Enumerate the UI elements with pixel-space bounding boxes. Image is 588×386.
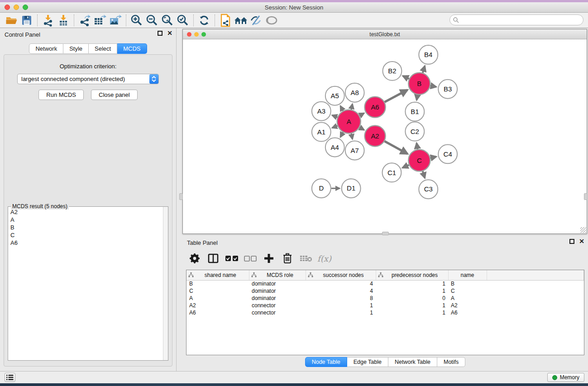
mcds-result-list[interactable]: A2ABCA6 (9, 208, 163, 360)
node-B2[interactable]: B2 (383, 62, 402, 81)
zoom-fit-icon[interactable] (160, 14, 175, 27)
gear-icon[interactable] (186, 251, 203, 266)
node-A4[interactable]: A4 (325, 138, 344, 157)
open-icon[interactable] (4, 14, 19, 27)
table-row[interactable]: A6connector11A6 (186, 309, 584, 316)
edge-B-B4[interactable] (423, 66, 425, 73)
tab-style[interactable]: Style (63, 43, 89, 54)
horizontal-divider-grip[interactable] (382, 232, 389, 235)
cell-successor-nodes[interactable]: 1 (306, 309, 376, 316)
cell-successor-nodes[interactable]: 4 (306, 280, 376, 287)
edge-C-C3[interactable] (423, 171, 425, 178)
zoom-window-icon[interactable] (23, 5, 28, 10)
edge-A-A5[interactable] (340, 106, 343, 111)
close-panel-button[interactable]: Close panel (91, 90, 138, 100)
edge-A-A4[interactable] (340, 132, 343, 137)
cell-successor-nodes[interactable]: 1 (306, 302, 376, 309)
column-header-name[interactable]: name (448, 270, 487, 280)
close-window-icon[interactable] (5, 5, 10, 10)
node-A3[interactable]: A3 (312, 102, 331, 121)
edge-A-A3[interactable] (332, 115, 338, 117)
float-table-panel-icon[interactable] (569, 239, 574, 244)
table-row[interactable]: Cdominator41C (186, 287, 584, 295)
edge-A6-B[interactable] (385, 90, 407, 102)
refresh-layout-icon[interactable] (196, 14, 212, 27)
import-table-icon[interactable] (56, 14, 71, 27)
node-table[interactable]: shared nameMCDS rolesuccessor nodesprede… (186, 270, 584, 355)
cell-successor-nodes[interactable]: 4 (306, 287, 376, 295)
result-scrollbar[interactable] (163, 207, 168, 360)
first-neighbors-icon[interactable] (233, 14, 249, 27)
edge-C-C4[interactable] (430, 157, 436, 158)
close-panel-icon[interactable]: ✕ (167, 31, 172, 36)
import-network-icon[interactable] (40, 14, 56, 27)
cell-predecessor-nodes[interactable]: 0 (376, 295, 448, 302)
edge-A-A2[interactable] (359, 128, 364, 130)
node-C[interactable]: C (408, 149, 430, 171)
cell-mcds-role[interactable]: dominator (249, 280, 306, 287)
result-list-item[interactable]: A2 (9, 208, 163, 216)
cell-name[interactable]: B (448, 280, 487, 287)
edge-C-C1[interactable] (402, 165, 409, 167)
cell-predecessor-nodes[interactable]: 1 (376, 309, 448, 316)
node-C4[interactable]: C4 (438, 144, 457, 163)
node-B4[interactable]: B4 (419, 45, 438, 64)
unchecked-columns-icon[interactable] (242, 251, 258, 266)
cell-predecessor-nodes[interactable]: 1 (376, 302, 448, 309)
run-mcds-button[interactable]: Run MCDS (38, 90, 84, 100)
cell-shared-name[interactable]: B (186, 280, 249, 287)
zoom-in-icon[interactable] (129, 14, 144, 27)
tab-edge-table[interactable]: Edge Table (347, 357, 388, 367)
network-window-titlebar[interactable]: testGlobe.txt (183, 29, 587, 39)
save-icon[interactable] (19, 14, 34, 27)
edge-C-C2[interactable] (416, 143, 417, 149)
cell-name[interactable]: A2 (448, 302, 487, 309)
edge-B-B1[interactable] (417, 95, 418, 100)
edge-A-A7[interactable] (351, 133, 352, 139)
node-B3[interactable]: B3 (438, 80, 457, 99)
network-canvas[interactable]: B4B2BB3A5A8A6A3B1AA1C2A2A4A7C4CC1C3DD1 (183, 39, 587, 234)
checked-columns-icon[interactable] (223, 251, 240, 266)
node-A5[interactable]: A5 (325, 86, 344, 105)
memory-button[interactable]: Memory (547, 373, 584, 382)
cell-shared-name[interactable]: A (186, 295, 249, 302)
right-divider-grip[interactable] (584, 193, 588, 200)
result-list-item[interactable]: B (9, 224, 163, 231)
node-A8[interactable]: A8 (345, 83, 364, 102)
cell-predecessor-nodes[interactable]: 1 (376, 280, 448, 287)
tab-node-table[interactable]: Node Table (305, 357, 347, 367)
zoom-out-icon[interactable] (144, 14, 160, 27)
criterion-dropdown[interactable]: largest connected component (directed) (17, 74, 159, 84)
cell-mcds-role[interactable]: connector (249, 302, 306, 309)
node-A6[interactable]: A6 (365, 97, 386, 118)
function-builder-icon[interactable]: f(x) (316, 251, 333, 266)
cell-shared-name[interactable]: A6 (186, 309, 249, 316)
vertical-divider-grip[interactable] (179, 193, 183, 200)
column-header-shared-name[interactable]: shared name (186, 270, 249, 280)
node-D1[interactable]: D1 (342, 179, 361, 198)
close-table-panel-icon[interactable]: ✕ (579, 239, 584, 244)
delete-table-icon[interactable] (297, 251, 314, 266)
minimize-window-icon[interactable] (14, 5, 19, 10)
column-header-successor-nodes[interactable]: successor nodes (306, 270, 376, 280)
tab-mcds[interactable]: MCDS (117, 43, 147, 54)
result-list-item[interactable]: C (9, 231, 163, 239)
cell-name[interactable]: A (448, 295, 487, 302)
cell-shared-name[interactable]: C (186, 287, 249, 295)
edge-A-A6[interactable] (359, 113, 364, 116)
table-row[interactable]: Adominator80A (186, 295, 584, 302)
hide-selected-icon[interactable] (249, 14, 264, 27)
result-list-item[interactable]: A6 (9, 239, 163, 247)
result-list-item[interactable]: A (9, 216, 163, 224)
minimize-network-icon[interactable] (194, 32, 199, 37)
edge-A-A8[interactable] (351, 104, 352, 110)
node-A1[interactable]: A1 (312, 123, 331, 142)
split-table-icon[interactable] (205, 251, 221, 266)
cell-shared-name[interactable]: A2 (186, 302, 249, 309)
table-row[interactable]: Bdominator41B (186, 280, 584, 287)
tab-motifs[interactable]: Motifs (437, 357, 465, 367)
cell-mcds-role[interactable]: connector (249, 309, 306, 316)
show-all-icon[interactable] (264, 14, 279, 27)
node-C1[interactable]: C1 (382, 163, 402, 182)
cell-successor-nodes[interactable]: 8 (306, 295, 376, 302)
